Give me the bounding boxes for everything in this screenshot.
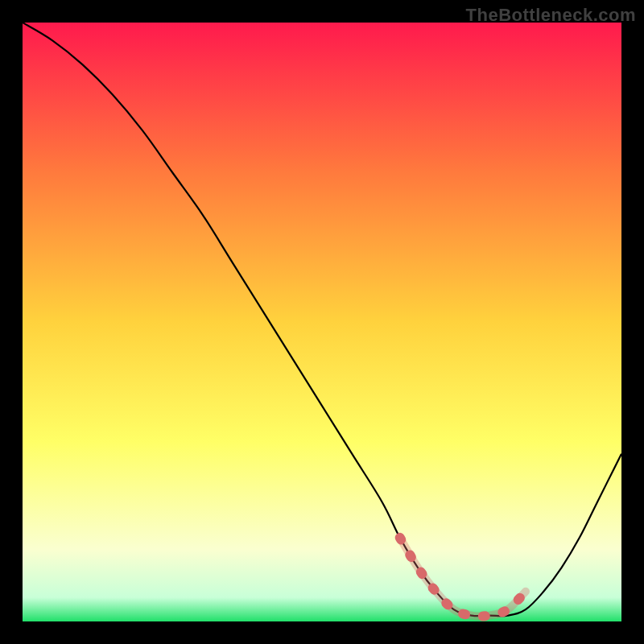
plot-area	[23, 23, 621, 621]
bottleneck-chart	[23, 23, 621, 621]
chart-stage: TheBottleneck.com	[0, 0, 644, 644]
gradient-background	[23, 23, 621, 621]
